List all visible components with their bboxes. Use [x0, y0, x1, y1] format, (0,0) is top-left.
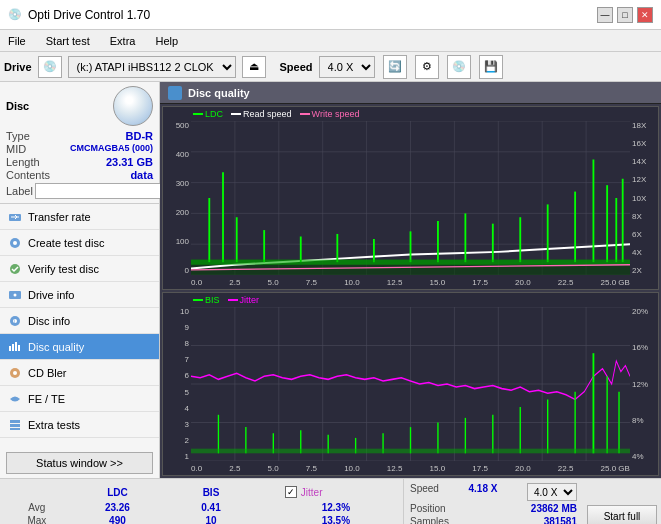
menu-file[interactable]: File — [4, 33, 30, 49]
bis-header: BIS — [167, 483, 255, 501]
disc-type-label: Type — [6, 130, 30, 142]
svg-point-5 — [14, 293, 17, 296]
sidebar-item-drive-info[interactable]: Drive info — [0, 282, 159, 308]
titlebar: 💿 Opti Drive Control 1.70 — □ ✕ — [0, 0, 661, 30]
svg-rect-12 — [18, 345, 20, 351]
y-labels-left-top: 500 400 300 200 100 0 — [163, 121, 191, 275]
chart2-legend: BIS Jitter — [193, 295, 259, 305]
sidebar-item-extra-tests[interactable]: Extra tests — [0, 412, 159, 438]
settings-button[interactable]: ⚙ — [415, 55, 439, 79]
y-labels-right-top: 18X 16X 14X 12X 10X 8X 6X 4X 2X — [630, 121, 658, 275]
y-labels-left-bottom: 10 9 8 7 6 5 4 3 2 1 — [163, 307, 191, 461]
menubar: File Start test Extra Help — [0, 30, 661, 52]
jitter-checkbox[interactable]: ✓ — [285, 486, 297, 498]
sidebar: Disc Type BD-R MID CMCMAGBA5 (000) Lengt… — [0, 82, 160, 478]
disc-panel: Disc Type BD-R MID CMCMAGBA5 (000) Lengt… — [0, 82, 159, 204]
drive-toolbar: Drive 💿 (k:) ATAPI iHBS112 2 CLOK ⏏ Spee… — [0, 52, 661, 82]
svg-text:i: i — [14, 318, 15, 324]
jitter-area: ✓ Jitter — [279, 484, 393, 500]
svg-rect-16 — [10, 424, 20, 427]
sidebar-item-label: Drive info — [28, 289, 74, 301]
disc-label-label: Label — [6, 185, 33, 197]
maximize-button[interactable]: □ — [617, 7, 633, 23]
disc-button[interactable]: 💿 — [447, 55, 471, 79]
minimize-button[interactable]: — — [597, 7, 613, 23]
read-speed-legend-label: Read speed — [243, 109, 292, 119]
buttons-area: Start full Start part — [583, 479, 661, 524]
verify-test-disc-icon — [8, 262, 22, 276]
sidebar-item-disc-info[interactable]: i Disc info — [0, 308, 159, 334]
main-area: Disc Type BD-R MID CMCMAGBA5 (000) Lengt… — [0, 82, 661, 478]
disc-visual — [113, 86, 153, 126]
samples-value: 381581 — [544, 516, 577, 524]
chart-header-icon — [168, 86, 182, 100]
disc-length-label: Length — [6, 156, 40, 168]
ldc-legend-label: LDC — [205, 109, 223, 119]
svg-rect-15 — [10, 420, 20, 423]
close-button[interactable]: ✕ — [637, 7, 653, 23]
speed-dropdown[interactable]: 4.0 X — [527, 483, 577, 501]
max-bis: 10 — [167, 514, 255, 524]
menu-extra[interactable]: Extra — [106, 33, 140, 49]
drive-select[interactable]: (k:) ATAPI iHBS112 2 CLOK — [68, 56, 236, 78]
refresh-button[interactable]: 🔄 — [383, 55, 407, 79]
jitter-legend-label: Jitter — [240, 295, 260, 305]
menu-help[interactable]: Help — [151, 33, 182, 49]
svg-rect-84 — [191, 449, 630, 454]
speed-label: Speed — [280, 61, 313, 73]
sidebar-item-label: Verify test disc — [28, 263, 99, 275]
eject-button[interactable]: ⏏ — [242, 56, 266, 78]
write-speed-legend-label: Write speed — [312, 109, 360, 119]
sidebar-item-verify-test-disc[interactable]: Verify test disc — [0, 256, 159, 282]
sidebar-item-transfer-rate[interactable]: Transfer rate — [0, 204, 159, 230]
content-area: Disc quality LDC Read speed — [160, 82, 661, 478]
avg-jitter: 12.3% — [275, 501, 397, 514]
disc-info-icon: i — [8, 314, 22, 328]
cd-bler-icon — [8, 366, 22, 380]
jitter-legend-dot — [228, 299, 238, 301]
ldc-header: LDC — [68, 483, 167, 501]
disc-mid-label: MID — [6, 143, 26, 155]
sidebar-item-label: CD Bler — [28, 367, 67, 379]
content-header: Disc quality — [160, 82, 661, 104]
speed-stat-value: 4.18 X — [469, 483, 498, 501]
drive-info-icon — [8, 288, 22, 302]
create-test-disc-icon — [8, 236, 22, 250]
sidebar-item-disc-quality[interactable]: Disc quality — [0, 334, 159, 360]
drive-label: Drive — [4, 61, 32, 73]
transfer-rate-icon — [8, 210, 22, 224]
disc-label-input[interactable] — [35, 183, 164, 199]
sidebar-item-create-test-disc[interactable]: Create test disc — [0, 230, 159, 256]
status-window-button[interactable]: Status window >> — [6, 452, 153, 474]
save-button[interactable]: 💾 — [479, 55, 503, 79]
stats-table: LDC BIS ✓ Jitter Avg 23.26 0.41 12 — [6, 483, 397, 524]
max-ldc: 490 — [68, 514, 167, 524]
drive-icon-btn[interactable]: 💿 — [38, 56, 62, 78]
bis-chart-svg — [191, 307, 630, 461]
sidebar-item-cd-bler[interactable]: CD Bler — [0, 360, 159, 386]
start-full-button[interactable]: Start full — [587, 505, 657, 524]
position-value: 23862 MB — [531, 503, 577, 514]
sidebar-item-label: Disc info — [28, 315, 70, 327]
sidebar-item-label: Disc quality — [28, 341, 84, 353]
read-speed-legend-dot — [231, 113, 241, 115]
chart-title: Disc quality — [188, 87, 250, 99]
max-label: Max — [6, 514, 68, 524]
app-icon: 💿 — [8, 8, 22, 21]
y-labels-right-bottom: 20% 16% 12% 8% 4% — [630, 307, 658, 461]
bis-legend-label: BIS — [205, 295, 220, 305]
sidebar-item-label: Extra tests — [28, 419, 80, 431]
chart1-legend: LDC Read speed Write speed — [193, 109, 359, 119]
speed-select[interactable]: 4.0 X — [319, 56, 375, 78]
max-jitter: 13.5% — [275, 514, 397, 524]
ldc-chart: LDC Read speed Write speed 500 400 30 — [162, 106, 659, 290]
svg-point-14 — [13, 371, 17, 375]
svg-rect-9 — [9, 346, 11, 351]
avg-label: Avg — [6, 501, 68, 514]
sidebar-item-label: FE / TE — [28, 393, 65, 405]
menu-start-test[interactable]: Start test — [42, 33, 94, 49]
sidebar-item-fe-te[interactable]: FE / TE — [0, 386, 159, 412]
avg-bis: 0.41 — [167, 501, 255, 514]
fe-te-icon — [8, 392, 22, 406]
write-speed-legend-dot — [300, 113, 310, 115]
